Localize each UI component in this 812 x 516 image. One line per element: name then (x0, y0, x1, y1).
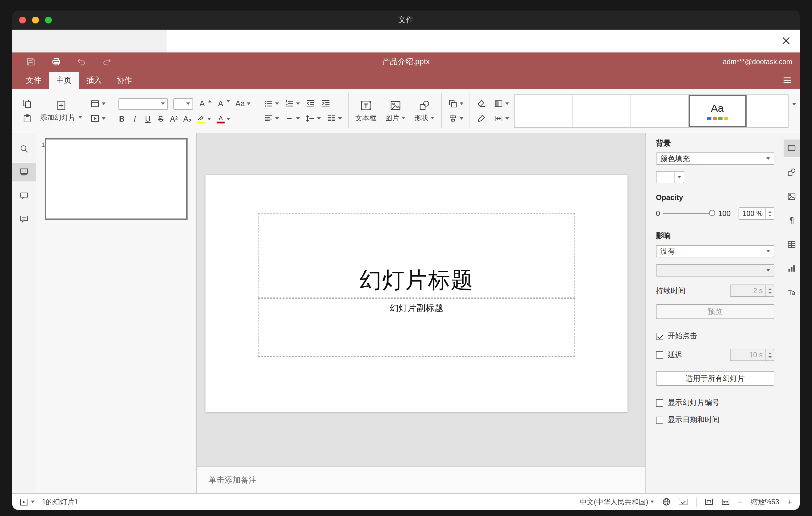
save-icon[interactable] (26, 57, 36, 67)
slide-canvas[interactable]: 幻灯片标题 幻灯片副标题 (197, 133, 645, 466)
start-slideshow-status-button[interactable] (20, 498, 34, 506)
fit-slide-icon[interactable] (704, 497, 713, 506)
shape-settings-tab[interactable] (784, 164, 800, 181)
chat-panel-button[interactable] (12, 210, 36, 228)
theme-option-2[interactable] (573, 95, 631, 127)
start-on-click-checkbox[interactable]: 开始点击 (656, 331, 774, 341)
font-color-button[interactable]: A (216, 115, 230, 124)
chart-settings-tab[interactable] (784, 260, 800, 277)
insert-image-button[interactable]: 图片 (381, 89, 410, 133)
hamburger-menu-icon[interactable] (782, 75, 792, 85)
paragraph-group (260, 89, 346, 133)
preview-button[interactable]: 预览 (656, 304, 774, 319)
line-spacing-button[interactable] (306, 113, 321, 123)
italic-button[interactable]: I (131, 115, 139, 123)
fit-width-icon[interactable] (721, 497, 730, 506)
slide-size-button[interactable] (494, 113, 509, 123)
copy-style-icon[interactable] (477, 113, 487, 123)
undo-icon[interactable] (77, 57, 86, 67)
arrange-shape-button[interactable] (448, 98, 464, 108)
highlight-color-button[interactable] (197, 115, 211, 123)
fill-color-select[interactable] (656, 171, 684, 183)
language-select[interactable]: 中文(中华人民共和国) (580, 497, 654, 507)
opacity-label: Opacity (656, 193, 774, 202)
decrease-indent-icon[interactable] (306, 98, 315, 108)
zoom-in-button[interactable]: + (787, 497, 792, 506)
subtitle-placeholder[interactable]: 幻灯片副标题 (258, 298, 575, 357)
underline-button[interactable]: U (144, 115, 151, 123)
notes-area[interactable]: 单击添加备注 (197, 466, 645, 493)
clear-style-icon[interactable] (477, 98, 487, 108)
opacity-slider-knob[interactable] (709, 210, 715, 216)
superscript-button[interactable]: A² (170, 115, 178, 123)
globe-icon[interactable] (662, 497, 670, 506)
change-layout-button[interactable] (90, 98, 105, 108)
zoom-level: 缩放%53 (751, 497, 779, 507)
effect-type-select-disabled[interactable] (656, 264, 774, 277)
increase-indent-icon[interactable] (321, 98, 331, 108)
textart-settings-tab[interactable]: Ta (784, 284, 800, 301)
copy-icon[interactable] (22, 98, 32, 108)
color-scheme-button[interactable] (494, 98, 509, 108)
redo-icon[interactable] (102, 57, 112, 67)
theme-option-1[interactable] (515, 95, 573, 127)
font-size-combo[interactable] (173, 98, 193, 110)
spellcheck-toggle[interactable] (678, 499, 688, 505)
start-slideshow-button[interactable] (90, 113, 105, 123)
close-preview-icon[interactable] (781, 35, 792, 46)
tab-home[interactable]: 主页 (49, 72, 79, 89)
print-icon[interactable] (51, 57, 61, 67)
zoom-out-button[interactable]: − (738, 497, 743, 506)
theme-gallery-expand-icon[interactable] (792, 105, 796, 116)
align-shape-button[interactable] (448, 113, 464, 123)
paragraph-settings-tab[interactable]: ¶ (784, 212, 800, 229)
preview-dialog-header (12, 30, 800, 53)
delay-checkbox[interactable]: 延迟 (656, 350, 683, 360)
table-settings-tab[interactable] (784, 236, 800, 253)
duration-spinner[interactable]: 2 s (730, 285, 774, 297)
font-name-combo[interactable] (118, 98, 168, 110)
tab-collaboration[interactable]: 协作 (109, 72, 140, 89)
theme-option-4-selected[interactable]: Aa (689, 95, 747, 127)
slide-settings-tab[interactable] (784, 140, 800, 157)
add-slide-button[interactable]: 添加幻灯片 (36, 89, 86, 133)
decrease-font-button[interactable]: A (217, 100, 230, 108)
comments-panel-button[interactable] (12, 187, 36, 205)
slides-thumbnail-panel: 1 (36, 133, 197, 493)
fill-type-select[interactable]: 颜色填充 (656, 152, 774, 165)
increase-font-button[interactable]: A (198, 100, 211, 108)
horizontal-align-button[interactable] (263, 113, 279, 123)
insert-shape-button[interactable]: 形状 (410, 89, 439, 133)
effect-select[interactable]: 没有 (656, 245, 774, 257)
apply-to-all-slides-button[interactable]: 适用于所有幻灯片 (656, 371, 774, 386)
title-placeholder[interactable]: 幻灯片标题 (258, 213, 575, 297)
tab-insert[interactable]: 插入 (79, 72, 109, 89)
slide-thumbnail-1[interactable] (45, 138, 187, 220)
slide-1[interactable]: 幻灯片标题 幻灯片副标题 (205, 175, 628, 412)
insert-textbox-button[interactable]: 文本框 (351, 89, 381, 133)
change-case-button[interactable]: Aa (235, 100, 251, 108)
columns-button[interactable] (326, 113, 342, 123)
search-panel-button[interactable] (12, 140, 36, 158)
slides-panel-button[interactable] (12, 163, 36, 181)
window-title: 文件 (12, 10, 800, 30)
show-date-time-checkbox[interactable]: 显示日期和时间 (656, 415, 774, 425)
numbering-button[interactable] (285, 98, 300, 108)
theme-option-3[interactable] (631, 95, 689, 127)
left-icon-rail (12, 133, 36, 493)
subscript-button[interactable]: A₂ (183, 115, 191, 123)
tab-file[interactable]: 文件 (19, 72, 49, 89)
opacity-spinner[interactable]: 100 % (738, 207, 774, 220)
delay-spinner[interactable]: 10 s (730, 349, 774, 361)
vertical-align-button[interactable] (285, 113, 300, 123)
paste-icon[interactable] (22, 113, 32, 123)
bold-button[interactable]: B (118, 115, 125, 123)
strikeout-button[interactable]: S (157, 115, 165, 123)
bullets-button[interactable] (263, 98, 279, 108)
show-slide-number-checkbox[interactable]: 显示幻灯片编号 (656, 398, 774, 408)
show-slide-number-label: 显示幻灯片编号 (668, 398, 720, 408)
image-settings-tab[interactable] (784, 188, 800, 205)
opacity-slider[interactable] (663, 213, 715, 214)
document-title: 产品介绍.pptx (12, 53, 800, 71)
color-scheme-icon (494, 98, 504, 108)
